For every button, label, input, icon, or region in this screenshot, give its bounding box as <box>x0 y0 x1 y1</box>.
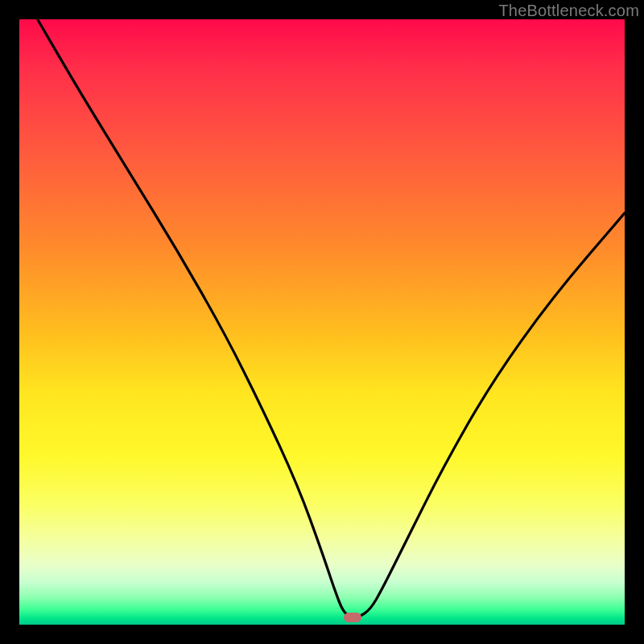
bottleneck-curve <box>19 19 625 625</box>
chart-frame: TheBottleneck.com <box>0 0 644 644</box>
watermark-text: TheBottleneck.com <box>498 2 639 20</box>
minimum-marker <box>344 613 361 622</box>
curve-path <box>38 19 625 617</box>
plot-area <box>19 19 625 625</box>
